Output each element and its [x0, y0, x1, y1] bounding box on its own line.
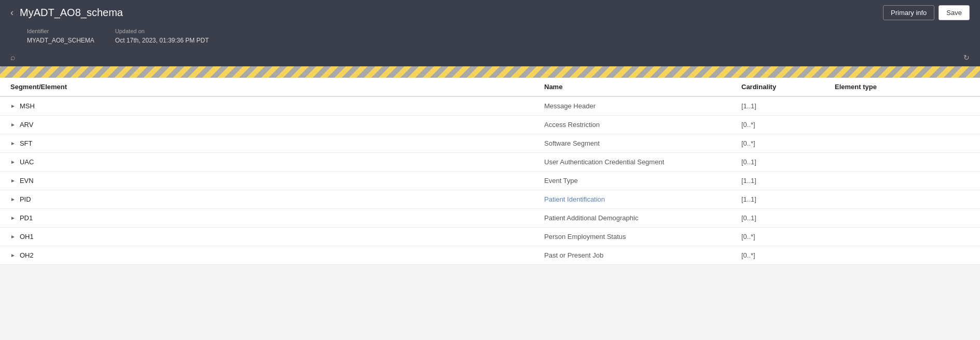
header-actions: Primary info Save	[883, 5, 970, 20]
col-header-cardinality: Cardinality	[741, 83, 835, 91]
name-cell: Access Restriction	[544, 121, 741, 129]
name-cell: Patient Additional Demographic	[544, 214, 741, 222]
meta-bar: Identifier MYADT_AO8_SCHEMA Updated on O…	[0, 25, 980, 50]
segment-name: PID	[20, 195, 31, 203]
identifier-field: Identifier MYADT_AO8_SCHEMA	[27, 28, 94, 45]
cardinality-cell: [0..1]	[741, 158, 835, 166]
segment-cell: ► OH1	[10, 233, 544, 240]
table-row: ► ARV Access Restriction [0..*]	[0, 116, 980, 134]
col-header-segment: Segment/Element	[10, 83, 544, 91]
cardinality-cell: [1..1]	[741, 177, 835, 185]
table-header: Segment/Element Name Cardinality Element…	[0, 78, 980, 97]
segment-cell: ► OH2	[10, 251, 544, 259]
cardinality-cell: [0..*]	[741, 251, 835, 259]
col-header-name: Name	[544, 83, 741, 91]
expand-arrow-icon[interactable]: ►	[10, 159, 16, 165]
cardinality-cell: [1..1]	[741, 102, 835, 110]
table-row: ► MSH Message Header [1..1]	[0, 97, 980, 116]
segment-cell: ► SFT	[10, 139, 544, 147]
expand-arrow-icon[interactable]: ►	[10, 234, 16, 239]
cardinality-cell: [0..*]	[741, 233, 835, 240]
expand-arrow-icon[interactable]: ►	[10, 252, 16, 258]
header-left: ‹ MyADT_AO8_schema	[10, 7, 123, 19]
name-cell: Event Type	[544, 177, 741, 185]
cardinality-cell: [0..1]	[741, 214, 835, 222]
segment-name: PD1	[20, 214, 33, 222]
segment-name: MSH	[20, 102, 35, 110]
expand-arrow-icon[interactable]: ►	[10, 140, 16, 146]
segment-name: EVN	[20, 177, 34, 185]
identifier-value: MYADT_AO8_SCHEMA	[27, 37, 94, 44]
page-title: MyADT_AO8_schema	[20, 7, 123, 19]
cardinality-cell: [1..1]	[741, 195, 835, 203]
name-cell: User Authentication Credential Segment	[544, 158, 741, 166]
updated-field: Updated on Oct 17th, 2023, 01:39:36 PM P…	[115, 28, 209, 45]
table-body: ► MSH Message Header [1..1] ► ARV Access…	[0, 97, 980, 265]
refresh-icon[interactable]: ↻	[963, 53, 970, 62]
segment-name: OH2	[20, 251, 34, 259]
updated-label: Updated on	[115, 28, 209, 34]
updated-value: Oct 17th, 2023, 01:39:36 PM PDT	[115, 37, 209, 44]
back-button[interactable]: ‹	[10, 7, 13, 18]
table-row: ► OH1 Person Employment Status [0..*]	[0, 228, 980, 246]
table-row: ► SFT Software Segment [0..*]	[0, 134, 980, 153]
segment-name: OH1	[20, 233, 34, 240]
segment-cell: ► UAC	[10, 158, 544, 166]
segment-cell: ► PID	[10, 195, 544, 203]
search-bar: ⌕ ↻	[0, 50, 980, 66]
segment-name: SFT	[20, 139, 33, 147]
segment-cell: ► MSH	[10, 102, 544, 110]
schema-table: Segment/Element Name Cardinality Element…	[0, 78, 980, 265]
segment-cell: ► PD1	[10, 214, 544, 222]
cardinality-cell: [0..*]	[741, 139, 835, 147]
name-cell: Message Header	[544, 102, 741, 110]
app-header: ‹ MyADT_AO8_schema Primary info Save	[0, 0, 980, 25]
table-row: ► UAC User Authentication Credential Seg…	[0, 153, 980, 172]
expand-arrow-icon[interactable]: ►	[10, 215, 16, 221]
segment-name: UAC	[20, 158, 34, 166]
name-cell: Patient Identification	[544, 195, 741, 203]
cardinality-cell: [0..*]	[741, 121, 835, 129]
name-cell: Software Segment	[544, 139, 741, 147]
name-cell: Person Employment Status	[544, 233, 741, 240]
search-icon[interactable]: ⌕	[10, 53, 16, 62]
segment-name: ARV	[20, 121, 34, 129]
segment-cell: ► ARV	[10, 121, 544, 129]
name-cell: Past or Present Job	[544, 251, 741, 259]
table-row: ► EVN Event Type [1..1]	[0, 172, 980, 190]
primary-info-button[interactable]: Primary info	[883, 5, 934, 20]
identifier-label: Identifier	[27, 28, 94, 34]
construction-banner	[0, 66, 980, 78]
expand-arrow-icon[interactable]: ►	[10, 178, 16, 183]
expand-arrow-icon[interactable]: ►	[10, 122, 16, 128]
table-row: ► PID Patient Identification [1..1]	[0, 190, 980, 209]
table-row: ► PD1 Patient Additional Demographic [0.…	[0, 209, 980, 228]
save-button[interactable]: Save	[938, 5, 970, 20]
expand-arrow-icon[interactable]: ►	[10, 196, 16, 202]
expand-arrow-icon[interactable]: ►	[10, 103, 16, 109]
segment-cell: ► EVN	[10, 177, 544, 185]
table-row: ► OH2 Past or Present Job [0..*]	[0, 246, 980, 265]
col-header-element-type: Element type	[835, 83, 970, 91]
